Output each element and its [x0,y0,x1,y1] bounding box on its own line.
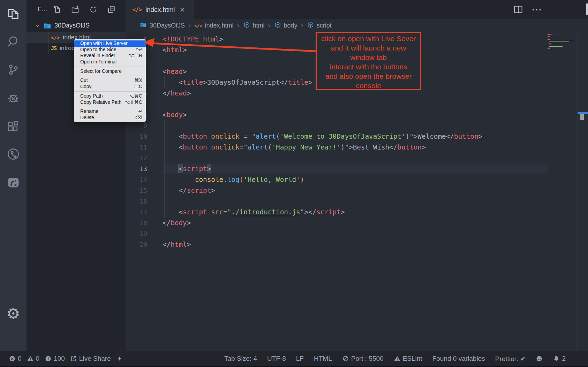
code-line-content: <html> [163,45,187,55]
code-line-content: </head> [163,88,191,99]
line-number: 16 [126,196,147,207]
menu-item-copy-path[interactable]: Copy Path⌥⌘C [74,93,146,99]
folder-icon [43,22,52,30]
activitybar-item-run-debug[interactable] [6,91,20,105]
status-info-count[interactable]: 100 [45,355,65,362]
menu-separator [74,67,146,67]
annotation-text: click on open with Live Sever and it wil… [317,33,420,90]
code-line-11[interactable]: 11 <button onclick="alert('Happy New Yea… [126,142,588,153]
status-warning-count[interactable]: 0 [27,355,40,362]
overview-ruler-cursor-marker [578,112,588,114]
activitybar-item-source-control[interactable] [6,63,20,77]
code-line-content: <script src="./introduction.js"></script… [163,207,345,217]
status-live-share[interactable]: Live Share [70,355,111,362]
menu-separator [74,91,146,92]
status-tab-size[interactable]: Tab Size: 4 [224,355,257,362]
code-line-8[interactable]: 8<body> [126,109,588,120]
menu-item-open-in-terminal[interactable]: Open in Terminal [74,59,146,65]
line-number: 19 [126,228,147,239]
line-number: 17 [126,207,147,217]
code-line-content: </body> [163,217,191,228]
html-file-icon: </> [51,35,60,40]
status-encoding[interactable]: UTF-8 [267,355,286,362]
menu-item-shortcut: ↵ [138,108,142,115]
code-line-19[interactable]: 19 [126,228,588,239]
activitybar-item-settings[interactable]: ⚙ [6,307,20,321]
code-line-content: <title>30DaysOfJavaScript</title> [163,77,312,88]
menu-item-label: Copy [80,84,134,90]
status-variables[interactable]: Found 0 variables [432,355,485,362]
menu-item-shortcut: ⌥⌘C [128,93,142,99]
status-live-share-label: Live Share [79,355,111,362]
status-warning-count-label: 0 [36,355,40,362]
menu-item-shortcut: ^↵ [136,47,142,53]
code-line-20[interactable]: 20</html> [126,239,588,250]
activitybar-item-share[interactable] [6,175,20,189]
status-eol[interactable]: LF [296,355,304,362]
menu-item-label: Cut [80,77,134,84]
refresh-button[interactable] [89,5,98,14]
code-line-content: <body> [163,109,187,120]
status-error-count[interactable]: 0 [9,355,22,362]
status-bolt[interactable] [116,355,123,362]
code-line-12[interactable]: 12 [126,153,588,163]
menu-item-open-to-the-side[interactable]: Open to the Side^↵ [74,47,146,53]
tree-indent-guide [48,32,48,54]
activitybar-item-live-share[interactable] [6,147,20,161]
source-control-icon [6,63,20,77]
new-file-button[interactable] [53,5,62,14]
menu-item-copy[interactable]: Copy⌘C [74,84,146,90]
status-prettier-label: Prettier: ✔ [495,355,526,363]
status-feedback-smiley[interactable] [536,355,543,362]
menu-item-shortcut: ⌘X [134,77,142,84]
status-eslint[interactable]: ESLint [394,355,422,362]
menu-item-rename[interactable]: Rename↵ [74,108,146,115]
status-live-server-port[interactable]: Port : 5500 [342,355,384,362]
menu-item-cut[interactable]: Cut⌘X [74,77,146,84]
debug-icon [6,91,20,105]
code-line-content: <button onclick="alert('Happy New Year!'… [163,142,426,153]
code-line-9[interactable]: 9 [126,120,588,131]
menu-item-label: Open with Live Server [80,40,142,47]
status-language-mode[interactable]: HTML [314,355,332,362]
vertical-scrollbar[interactable] [580,114,584,120]
code-line-18[interactable]: 18</body> [126,217,588,228]
warning-icon [394,355,401,362]
new-folder-button[interactable] [71,5,80,14]
code-line-content: <button onclick = "alert('Welcome to 30D… [163,131,482,142]
minimap[interactable] [548,34,576,51]
status-bar: 00100Live Share Tab Size: 4UTF-8LFHTMLPo… [0,351,588,366]
activitybar-item-explorer[interactable] [6,7,20,21]
code-line-16[interactable]: 16 [126,196,588,207]
line-number: 11 [126,142,147,153]
activitybar-item-extensions[interactable] [6,119,20,133]
menu-item-reveal-in-finder[interactable]: Reveal in Finder⌥⌘R [74,53,146,59]
menu-item-copy-relative-path[interactable]: Copy Relative Path⌥⇧⌘C [74,99,146,106]
code-line-17[interactable]: 17 <script src="./introduction.js"></scr… [126,207,588,217]
code-line-7[interactable]: 7 [126,99,588,109]
code-line-10[interactable]: 10 <button onclick = "alert('Welcome to … [126,131,588,142]
menu-separator [74,107,146,107]
folder-row-30daysofjs[interactable]: 30DaysOfJS [27,20,126,31]
annotation-box: click on open with Live Sever and it wil… [316,32,421,90]
menu-item-label: Reveal in Finder [80,53,128,59]
menu-item-delete[interactable]: Delete⌫ [74,115,146,121]
search-icon [6,35,20,48]
menu-item-open-with-live-server[interactable]: Open with Live Server [74,40,146,47]
status-notifications[interactable]: 2 [553,355,566,362]
files-icon [6,7,20,21]
code-line-13[interactable]: 13 <script> [126,163,588,174]
code-line-14[interactable]: 14 console.log('Hello, World') [126,174,588,185]
collapse-folders-button[interactable] [107,5,116,14]
vscode-window: ⚙ E… 30DaysOfJS </>index.htmlJSintroduct… [0,0,588,367]
status-prettier[interactable]: Prettier: ✔ [495,355,526,363]
code-line-content: <head> [163,66,187,77]
overview-ruler-border [578,34,578,351]
status-eol-label: LF [296,355,304,362]
menu-item-label: Open in Terminal [80,59,142,65]
menu-item-select-for-compare[interactable]: Select for Compare [74,68,146,75]
collapse-all-icon [107,5,116,14]
code-line-15[interactable]: 15 </script> [126,185,588,196]
context-menu: Open with Live ServerOpen to the Side^↵R… [74,39,146,122]
activitybar-item-search[interactable] [6,35,20,48]
